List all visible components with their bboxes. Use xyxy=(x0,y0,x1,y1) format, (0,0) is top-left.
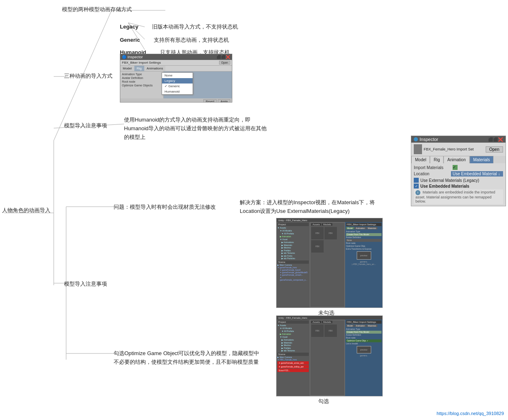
import-notes-label: 模型导入注意事项 xyxy=(64,280,107,288)
humanoid-advantage-label: 模型导入注意事项 xyxy=(64,122,107,129)
unity-editor-2: Unity - FBX_Female_Hero Project ▼ Assets… xyxy=(277,316,382,396)
unity-inspector-2: FBX_Biker Import Settings Model Animatio… xyxy=(345,320,382,396)
url-text: https://blog.csdn.net/qq_3910829 xyxy=(436,411,504,416)
tab-animation[interactable]: Animation xyxy=(444,156,469,163)
info-icon: i xyxy=(415,190,420,195)
embedded-checkbox[interactable]: ✓ xyxy=(414,184,419,189)
external-checkbox[interactable] xyxy=(414,178,419,183)
inspector-titlebar: Inspector ⬛⬛❌ xyxy=(411,136,506,143)
import-methods-label: 三种动画的导入方式 xyxy=(64,72,112,80)
unity-inspector-1: FBX_Biker Import Settings Model Animatio… xyxy=(345,222,382,308)
humanoid-advantage: 使用Humanoid的方式导入的动画支持动画重定向，即Humanoid导入的动画… xyxy=(124,116,267,141)
unity-left-2: Project ▼ Assets ▼ All Models ▼ All Pref… xyxy=(277,320,310,396)
tab-materials[interactable]: Materials xyxy=(470,156,494,163)
unity-menubar-2: Unity - FBX_Female_Hero xyxy=(277,316,382,320)
main-container: 人物角色的动画导入 模型的两种模型动画存储方式 Legacy 旧版本动画导入方式… xyxy=(0,0,508,420)
inspector-note: i Materials are embedded inside the impo… xyxy=(414,189,503,204)
tab-model[interactable]: Model xyxy=(411,156,430,163)
open-button[interactable]: Open xyxy=(486,146,503,153)
unity-screenshot-unchecked: Unity - FBX_Female_Hero Project ▼ Assets… xyxy=(276,218,383,308)
unity-content-1: Project ▼ Assets ▼ All Models ▼ All Pref… xyxy=(277,222,382,308)
import-materials-checkbox[interactable]: ✓ xyxy=(453,165,458,170)
storage-branch-label: 模型的两种模型动画存储方式 xyxy=(62,6,132,13)
inspector-file-row: FBX_Female_Hero Import Set Open xyxy=(411,143,506,156)
inspector-panel: Inspector ⬛⬛❌ FBX_Female_Hero Import Set… xyxy=(411,136,506,206)
screenshot-anim: 🔵 Inspector ⬛⬛❌ FBX_Biker Import Setting… xyxy=(120,54,232,103)
optimize-go-text: 勾选Optimize Game Object可以优化导入的模型，隐藏模型中不必要… xyxy=(114,349,260,367)
unity-screenshot-checked: Unity - FBX_Female_Hero Project ▼ Assets… xyxy=(276,315,383,396)
legacy-node: Legacy 旧版本动画导入方式，不支持状态机 xyxy=(120,23,238,31)
unity-left-1: Project ▼ Assets ▼ All Models ▼ All Pref… xyxy=(277,222,310,308)
location-row: Location Use Embedded Material ↓ xyxy=(414,171,503,177)
material-solution: 解决方案：进入模型的Inspector视图，在Materials下，将Locat… xyxy=(240,198,375,216)
inspector-body: Import Materials ✓ Location Use Embedded… xyxy=(411,163,506,206)
generic-node: Generic 支持所有形态动画，支持状态机 xyxy=(120,36,229,44)
import-materials-row: Import Materials ✓ xyxy=(414,165,503,170)
root-node: 人物角色的动画导入 xyxy=(2,207,50,214)
inspector-tabs: Model Rig Animation Materials xyxy=(411,156,506,163)
unity-mid-1: Assets Models FBX FBX FBX xyxy=(310,222,345,308)
label-checked: 勾选 xyxy=(318,398,329,405)
use-embedded-row: ✓ Use Embedded Materials xyxy=(414,184,503,189)
unity-editor-1: Unity - FBX_Female_Hero Project ▼ Assets… xyxy=(277,218,382,308)
tab-rig[interactable]: Rig xyxy=(430,156,444,163)
unity-menubar-1: Unity - FBX_Female_Hero xyxy=(277,218,382,222)
unity-content-2: Project ▼ Assets ▼ All Models ▼ All Pref… xyxy=(277,320,382,396)
material-issue-label: 问题：模型导入时有时会出现材质无法修改 xyxy=(114,203,216,211)
file-icon xyxy=(414,144,422,154)
inspector-icon xyxy=(414,137,418,141)
unity-mid-2: Assets Models FBX FBX xyxy=(310,320,345,396)
use-external-row: Use External Materials (Legacy) xyxy=(414,178,503,183)
